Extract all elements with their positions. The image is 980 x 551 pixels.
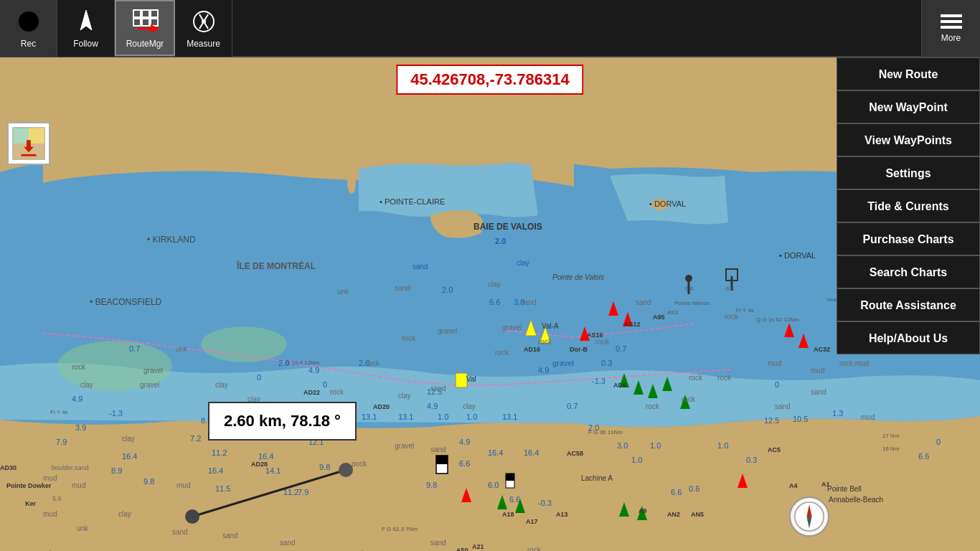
svg-text:1.0: 1.0 xyxy=(466,413,477,421)
svg-text:sand: sand xyxy=(172,528,188,536)
svg-text:6.6: 6.6 xyxy=(489,298,500,306)
svg-text:13.1: 13.1 xyxy=(362,413,377,421)
svg-text:17 Nm: 17 Nm xyxy=(882,433,900,439)
svg-point-13 xyxy=(202,19,206,24)
svg-point-20 xyxy=(347,172,356,194)
svg-text:0.7: 0.7 xyxy=(567,402,578,410)
svg-text:sand: sand xyxy=(811,388,826,396)
svg-text:AC5: AC5 xyxy=(768,446,781,453)
new-route-button[interactable]: New Route xyxy=(837,57,980,90)
measure-button[interactable]: Measure xyxy=(175,0,232,57)
svg-text:6.6: 6.6 xyxy=(509,495,520,504)
svg-text:sand: sand xyxy=(395,284,410,292)
svg-text:clay: clay xyxy=(463,402,476,410)
svg-text:clay: clay xyxy=(398,392,411,400)
svg-text:unk: unk xyxy=(176,345,188,353)
svg-text:6.6: 6.6 xyxy=(671,488,682,496)
svg-text:AD22: AD22 xyxy=(303,389,320,396)
svg-text:13.1: 13.1 xyxy=(398,413,413,421)
svg-text:G 16.4 13Nm: G 16.4 13Nm xyxy=(286,359,320,366)
svg-text:9.8: 9.8 xyxy=(319,463,330,471)
svg-text:13.1: 13.1 xyxy=(502,413,517,421)
follow-button[interactable]: Follow xyxy=(57,0,115,57)
settings-button[interactable]: Settings xyxy=(837,156,980,189)
search-charts-button[interactable]: Search Charts xyxy=(837,255,980,288)
new-waypoint-button[interactable]: New WayPoint xyxy=(837,90,980,123)
svg-rect-238 xyxy=(13,128,29,143)
map-container[interactable]: • KIRKLAND • BEACONSFIELD ÎLE DE MONTRÉA… xyxy=(0,57,980,551)
more-button[interactable]: More xyxy=(921,0,980,57)
svg-text:sand: sand xyxy=(430,385,446,392)
svg-rect-15 xyxy=(941,20,962,23)
svg-text:A17: A17 xyxy=(526,518,538,525)
svg-text:16.4: 16.4 xyxy=(488,448,503,457)
coordinates-text: 45.426708,-73.786314 xyxy=(410,70,569,88)
svg-text:AS3: AS3 xyxy=(667,309,679,316)
help-about-button[interactable]: Help/About Us xyxy=(837,321,980,354)
svg-text:sand: sand xyxy=(430,446,446,453)
svg-text:Annabelle-Beach: Annabelle-Beach xyxy=(829,496,883,504)
svg-text:unk: unk xyxy=(337,288,349,296)
svg-text:rock: rock xyxy=(527,546,542,551)
svg-text:boulder,sand: boulder,sand xyxy=(52,464,89,471)
svg-text:-0.3: -0.3 xyxy=(538,499,552,507)
svg-text:AD28: AD28 xyxy=(251,461,268,468)
svg-text:4.9: 4.9 xyxy=(427,402,438,410)
svg-text:• POINTE-CLAIRE: • POINTE-CLAIRE xyxy=(380,197,445,206)
svg-text:3.9: 3.9 xyxy=(75,423,86,432)
svg-text:AD20: AD20 xyxy=(373,403,390,410)
purchase-charts-button[interactable]: Purchase Charts xyxy=(837,222,980,255)
svg-text:AS16: AS16 xyxy=(587,331,603,339)
svg-text:AN2: AN2 xyxy=(667,511,680,518)
svg-text:mud: mud xyxy=(176,481,190,489)
svg-text:mud: mud xyxy=(861,413,875,421)
svg-rect-2 xyxy=(133,10,141,17)
svg-text:16 Nm: 16 Nm xyxy=(882,446,900,452)
svg-text:4.9: 4.9 xyxy=(538,366,549,375)
svg-text:7.9: 7.9 xyxy=(298,488,308,496)
view-waypoints-button[interactable]: View WayPoints xyxy=(837,123,980,156)
svg-text:gravel: gravel xyxy=(143,367,163,375)
svg-text:F G 62.3 7Nm: F G 62.3 7Nm xyxy=(382,526,418,532)
svg-text:16.4: 16.4 xyxy=(258,452,273,461)
svg-text:mud: mud xyxy=(811,367,824,375)
svg-text:Pointe de Valois: Pointe de Valois xyxy=(552,273,604,281)
svg-text:sand: sand xyxy=(413,263,428,270)
svg-text:Ker: Ker xyxy=(25,500,37,507)
compass-button[interactable] xyxy=(789,496,829,537)
rec-button[interactable]: Rec xyxy=(0,0,57,57)
svg-text:pock: pock xyxy=(352,460,367,468)
svg-text:gravel: gravel xyxy=(438,327,457,335)
svg-text:AN5: AN5 xyxy=(691,511,704,518)
svg-text:Lachine A: Lachine A xyxy=(581,474,613,482)
routemgr-label: RouteMgr xyxy=(126,39,164,49)
svg-text:Q G 1s 82 12Nm: Q G 1s 82 12Nm xyxy=(756,316,799,323)
svg-text:5.6: 5.6 xyxy=(52,495,62,502)
svg-rect-3 xyxy=(133,19,141,26)
svg-rect-5 xyxy=(142,19,149,26)
svg-text:12.5: 12.5 xyxy=(764,416,779,425)
svg-text:• BEACONSFIELD: • BEACONSFIELD xyxy=(90,297,162,307)
svg-text:gravel: gravel xyxy=(395,442,414,450)
svg-rect-239 xyxy=(29,128,44,143)
svg-text:A18: A18 xyxy=(502,511,514,518)
routemgr-button[interactable]: RouteMgr xyxy=(115,0,175,56)
tide-currents-button[interactable]: Tide & Curents xyxy=(837,189,980,222)
svg-text:1.0: 1.0 xyxy=(650,441,661,450)
svg-text:16.4: 16.4 xyxy=(122,452,137,461)
svg-text:3.0: 3.0 xyxy=(617,441,628,450)
svg-text:4.9: 4.9 xyxy=(459,438,470,446)
svg-text:Fl Y 4s: Fl Y 4s xyxy=(50,409,68,415)
svg-text:AD16: AD16 xyxy=(524,346,540,353)
svg-text:AC32: AC32 xyxy=(814,346,830,353)
svg-text:clay: clay xyxy=(215,381,228,389)
svg-text:2.0: 2.0 xyxy=(495,237,506,245)
svg-rect-6 xyxy=(151,10,158,17)
svg-point-0 xyxy=(19,11,39,32)
svg-text:Pointe Bell: Pointe Bell xyxy=(827,485,862,493)
route-assistance-button[interactable]: Route Assistance xyxy=(837,288,980,321)
svg-text:0.3: 0.3 xyxy=(746,456,757,464)
download-chart-button[interactable] xyxy=(7,122,50,165)
svg-text:11.2: 11.2 xyxy=(212,448,227,457)
svg-text:9.8: 9.8 xyxy=(426,481,437,489)
